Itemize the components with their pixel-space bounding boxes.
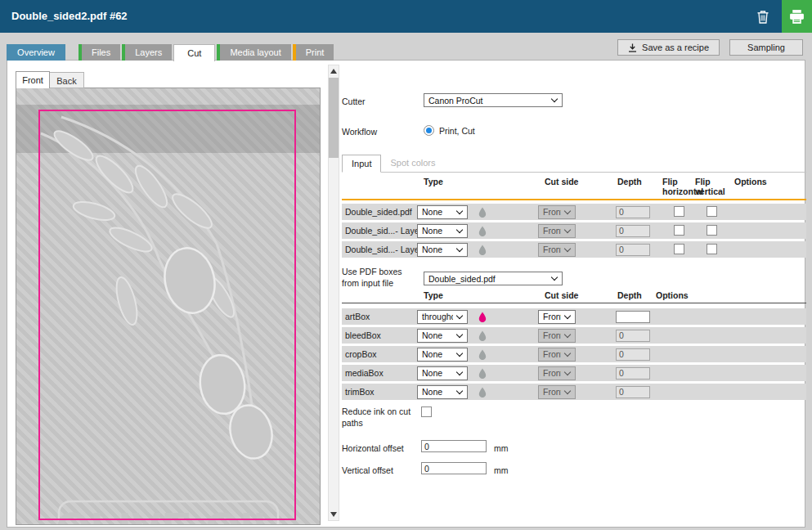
chevron-down-icon <box>456 368 463 375</box>
tab-layers[interactable]: Layers <box>122 44 172 61</box>
trash-icon <box>756 10 769 25</box>
cut-type-select[interactable]: None <box>417 224 468 238</box>
chevron-down-icon <box>456 207 463 213</box>
cut-side-select: Front <box>538 348 576 362</box>
flip-vertical-checkbox[interactable] <box>707 225 717 236</box>
cut-type-select[interactable]: None <box>417 366 468 380</box>
pdf-boxes-table: Type Cut side Depth Options artBox throu… <box>342 289 806 402</box>
depth-input <box>616 367 650 380</box>
download-icon <box>628 43 637 52</box>
reduce-ink-checkbox[interactable] <box>421 406 432 417</box>
cut-side-select: Front <box>538 366 576 380</box>
chevron-down-icon <box>551 274 558 281</box>
pdf-box-name: cropBox <box>342 349 417 359</box>
chevron-down-icon <box>564 387 571 393</box>
cut-type-select[interactable]: None <box>417 329 468 343</box>
cut-type-select[interactable]: None <box>417 385 468 399</box>
scrollbar-thumb[interactable] <box>329 78 339 158</box>
use-pdf-boxes-select[interactable]: Double_sided.pdf <box>424 272 563 285</box>
scroll-down-button[interactable] <box>329 509 339 520</box>
titlebar: Double_sided2.pdf #62 <box>0 0 812 33</box>
vertical-scrollbar[interactable] <box>328 65 339 521</box>
flip-horizontal-checkbox[interactable] <box>674 206 684 217</box>
cut-side-select[interactable]: Front <box>538 310 576 324</box>
tab-files[interactable]: Files <box>79 44 120 61</box>
pdf-box-name: trimBox <box>342 387 417 397</box>
cutter-label: Cutter <box>342 97 366 106</box>
cut-options-form: Cutter Canon ProCut Workflow Print, Cut … <box>342 61 806 527</box>
file-name: Double_sid...- Layer 1 <box>342 245 417 254</box>
cut-side-select: Front <box>538 329 576 343</box>
flip-horizontal-checkbox[interactable] <box>674 225 684 236</box>
vertical-offset-label: Vertical offset <box>342 465 393 475</box>
table-row: mediaBox None Front <box>342 365 806 381</box>
tab-print[interactable]: Print <box>293 44 334 61</box>
cut-side-select: Front <box>538 205 576 219</box>
horizontal-offset-input[interactable] <box>421 440 487 452</box>
file-name: Double_sid...- Layer 2 <box>342 226 417 236</box>
chevron-down-icon <box>456 330 463 337</box>
window-title: Double_sided2.pdf #62 <box>11 0 128 33</box>
chevron-down-icon <box>456 349 463 356</box>
workflow-value: Print, Cut <box>439 126 475 136</box>
vertical-offset-input[interactable] <box>421 462 487 474</box>
droplet-icon <box>478 226 487 236</box>
pdf-boxes-table-header: Type Cut side Depth Options <box>342 289 806 303</box>
table-row: bleedBox None Front <box>342 327 806 344</box>
cut-type-select[interactable]: None <box>417 205 468 219</box>
vertical-offset-unit: mm <box>494 465 509 475</box>
depth-input[interactable] <box>616 311 650 323</box>
tab-input[interactable]: Input <box>342 155 381 173</box>
chevron-down-icon <box>456 245 463 251</box>
chevron-down-icon <box>564 245 571 251</box>
chevron-down-icon <box>456 226 463 232</box>
flip-horizontal-checkbox[interactable] <box>674 244 684 254</box>
workflow-label: Workflow <box>342 127 377 137</box>
file-name: Double_sided.pdf <box>342 207 417 217</box>
printer-icon <box>788 9 805 25</box>
flip-vertical-checkbox[interactable] <box>707 244 717 254</box>
pdf-box-name: mediaBox <box>342 368 417 378</box>
chevron-down-icon <box>456 312 463 318</box>
tab-back[interactable]: Back <box>50 72 84 88</box>
tab-overview[interactable]: Overview <box>7 44 65 61</box>
artwork-preview: OLIVE OIL <box>16 88 321 525</box>
table-row: trimBox None Front <box>342 384 806 400</box>
cut-path-outline <box>38 110 296 520</box>
droplet-icon <box>478 245 487 255</box>
chevron-down-icon <box>551 96 558 102</box>
print-job-button[interactable] <box>782 0 812 33</box>
sampling-label: Sampling <box>747 43 785 52</box>
workflow-radio[interactable] <box>424 125 434 136</box>
droplet-icon <box>478 349 487 360</box>
sampling-button[interactable]: Sampling <box>729 39 803 56</box>
tab-spot-colors: Spot colors <box>381 155 444 173</box>
chevron-down-icon <box>564 330 571 337</box>
pdf-box-name: bleedBox <box>342 330 417 340</box>
tab-front[interactable]: Front <box>16 71 50 88</box>
droplet-icon <box>478 330 487 341</box>
arrow-up-icon <box>330 69 337 74</box>
droplet-icon <box>478 368 487 379</box>
chevron-down-icon <box>564 368 571 375</box>
cutter-select[interactable]: Canon ProCut <box>424 93 563 107</box>
cut-type-select[interactable]: throughcut <box>417 310 468 324</box>
scroll-up-button[interactable] <box>329 65 339 77</box>
files-table-header: Type Cut side Depth Flip horizontal Flip… <box>342 175 806 200</box>
depth-input <box>616 244 650 256</box>
chevron-down-icon <box>564 207 571 213</box>
flip-vertical-checkbox[interactable] <box>707 206 717 217</box>
tab-media-layout[interactable]: Media layout <box>217 44 290 61</box>
depth-input <box>616 330 650 342</box>
delete-job-button[interactable] <box>753 8 773 26</box>
save-as-recipe-button[interactable]: Save as a recipe <box>617 39 720 56</box>
cut-type-select[interactable]: None <box>417 243 468 257</box>
cut-side-select: Front <box>538 224 576 238</box>
reduce-ink-label: Reduce ink on cut paths <box>342 406 420 429</box>
cut-type-select[interactable]: None <box>417 348 468 362</box>
tab-cut[interactable]: Cut <box>173 44 215 61</box>
cut-side-select: Front <box>538 243 576 257</box>
depth-input <box>616 386 650 398</box>
depth-input <box>616 225 650 237</box>
droplet-icon <box>478 207 487 218</box>
